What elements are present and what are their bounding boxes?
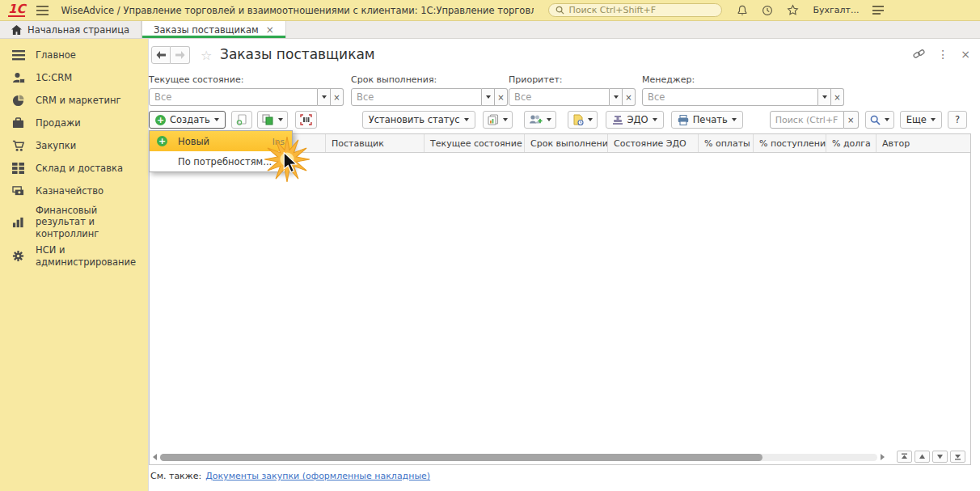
- favorite-star-icon[interactable]: ☆: [201, 48, 212, 63]
- current-user[interactable]: Бухгалт...: [813, 5, 859, 15]
- copy-group-button[interactable]: [257, 111, 288, 129]
- advanced-search-button[interactable]: [865, 111, 894, 129]
- link-icon[interactable]: [913, 48, 925, 60]
- barcode-icon: [300, 114, 312, 125]
- column-header-payment-pct[interactable]: % оплаты: [699, 134, 754, 152]
- copy-button[interactable]: [231, 111, 252, 129]
- chevron-down-icon: [464, 118, 469, 121]
- scroll-right-icon[interactable]: [881, 454, 885, 460]
- go-up-button[interactable]: [915, 451, 930, 463]
- cart-icon: [11, 140, 25, 152]
- list-search-input[interactable]: [770, 111, 844, 129]
- purchase-documents-link[interactable]: Документы закупки (оформленные накладные…: [205, 471, 430, 481]
- more-actions-icon[interactable]: ⋮: [937, 49, 948, 60]
- go-first-button[interactable]: [897, 451, 912, 463]
- go-down-button[interactable]: [932, 451, 948, 463]
- edo-button[interactable]: ЭДО: [606, 111, 664, 129]
- list-toolbar: + Создать Установить статус: [149, 110, 980, 129]
- filter-manager-combo[interactable]: ×: [642, 88, 844, 106]
- tab-home-label: Начальная страница: [27, 24, 129, 36]
- new-item-icon: +: [157, 136, 178, 146]
- print-button[interactable]: Печать: [671, 111, 743, 129]
- global-search[interactable]: [548, 3, 722, 17]
- filter-deadline-label: Срок выполнения:: [351, 74, 508, 85]
- close-form-icon[interactable]: ×: [961, 49, 970, 60]
- scroll-left-icon[interactable]: [153, 454, 157, 460]
- sidebar-item-warehouse[interactable]: Склад и доставка: [0, 157, 148, 180]
- sidebar-item-financial-result[interactable]: Финансовый результат и контроллинг: [0, 202, 148, 242]
- filter-priority-input[interactable]: [509, 88, 610, 106]
- sidebar-item-treasury[interactable]: Казначейство: [0, 180, 148, 202]
- scrollbar-thumb[interactable]: [160, 454, 762, 461]
- sidebar-item-sales[interactable]: Продажи: [0, 112, 148, 134]
- clear-filter-icon[interactable]: ×: [331, 88, 344, 106]
- filter-manager-input[interactable]: [642, 88, 818, 106]
- filter-deadline-input[interactable]: [351, 88, 482, 106]
- chevron-down-icon: [503, 118, 508, 121]
- column-header-state[interactable]: Текущее состояние: [425, 134, 525, 152]
- more-button[interactable]: Еще: [900, 111, 942, 129]
- chevron-down-icon[interactable]: [818, 88, 831, 106]
- notifications-icon[interactable]: [737, 5, 748, 16]
- print-icon: [678, 115, 689, 125]
- clear-filter-icon[interactable]: ×: [623, 88, 636, 106]
- tab-supplier-orders-label: Заказы поставщикам: [154, 24, 259, 36]
- filter-state-combo[interactable]: ×: [149, 88, 344, 106]
- sidebar-label: CRM и маркетинг: [36, 95, 121, 106]
- chevron-down-icon: [547, 118, 551, 121]
- sidebar-label: Финансовый результат и контроллинг: [36, 205, 143, 239]
- main-menu-icon[interactable]: [36, 3, 49, 18]
- report-icon: [488, 114, 499, 125]
- back-button[interactable]: [151, 46, 171, 64]
- column-header-receipt-pct[interactable]: % поступления: [754, 134, 826, 152]
- chevron-down-icon: [214, 118, 219, 121]
- sidebar-label: Главное: [36, 49, 76, 61]
- favorites-icon[interactable]: [787, 4, 799, 16]
- tab-close-icon[interactable]: ×: [266, 24, 274, 36]
- scrollbar-track[interactable]: [160, 454, 877, 461]
- report-button[interactable]: [483, 111, 513, 129]
- history-icon[interactable]: [762, 5, 773, 16]
- sidebar-item-1c-crm[interactable]: 1С:CRM: [0, 66, 148, 89]
- column-header-edo-state[interactable]: Состояние ЭДО: [608, 134, 699, 152]
- tab-home[interactable]: Начальная страница: [0, 21, 142, 38]
- filter-deadline-combo[interactable]: ×: [351, 88, 508, 106]
- deferred-doc-button[interactable]: [568, 111, 598, 129]
- global-search-input[interactable]: [568, 5, 706, 15]
- sidebar-item-crm-marketing[interactable]: CRM и маркетинг: [0, 89, 148, 112]
- search-icon: [555, 6, 564, 15]
- clear-filter-icon[interactable]: ×: [495, 88, 508, 106]
- list-search[interactable]: ×: [770, 111, 859, 129]
- sidebar-item-main[interactable]: Главное: [0, 44, 148, 66]
- filters-row: Текущее состояние: × Срок выполнения: × …: [149, 74, 980, 107]
- set-status-button[interactable]: Установить статус: [362, 111, 475, 129]
- barcode-scan-button[interactable]: [295, 111, 317, 129]
- assign-manager-button[interactable]: [524, 111, 556, 129]
- sidebar-label: Склад и доставка: [36, 163, 123, 174]
- column-header-deadline[interactable]: Срок выполнения: [525, 134, 608, 152]
- sidebar-item-administration[interactable]: НСИ и администрирование: [0, 242, 148, 270]
- tab-supplier-orders[interactable]: Заказы поставщикам ×: [142, 21, 286, 38]
- chevron-down-icon[interactable]: [482, 88, 495, 106]
- filter-priority-label: Приоритет:: [509, 74, 636, 85]
- sidebar-label: Продажи: [36, 117, 81, 129]
- clear-search-icon[interactable]: ×: [844, 111, 859, 129]
- help-button[interactable]: ?: [948, 111, 967, 129]
- column-header-supplier[interactable]: Поставщик: [326, 134, 425, 152]
- sidebar-item-purchases[interactable]: Закупки: [0, 134, 148, 157]
- filter-state-input[interactable]: [149, 88, 318, 106]
- tools-menu-icon[interactable]: [872, 4, 884, 17]
- column-header-debt-pct[interactable]: % долга: [826, 134, 877, 152]
- chevron-down-icon[interactable]: [318, 88, 331, 106]
- chevron-down-icon[interactable]: [610, 88, 623, 106]
- grid-icon: [11, 163, 25, 174]
- create-button[interactable]: + Создать: [149, 111, 226, 129]
- go-last-button[interactable]: [950, 451, 965, 463]
- clear-filter-icon[interactable]: ×: [831, 88, 844, 106]
- column-header-author[interactable]: Автор: [877, 134, 970, 152]
- horizontal-scrollbar[interactable]: [153, 452, 885, 462]
- filter-priority-combo[interactable]: ×: [509, 88, 636, 106]
- chevron-down-icon: [885, 118, 889, 121]
- chevron-down-icon: [732, 118, 737, 121]
- forward-button[interactable]: [171, 46, 190, 64]
